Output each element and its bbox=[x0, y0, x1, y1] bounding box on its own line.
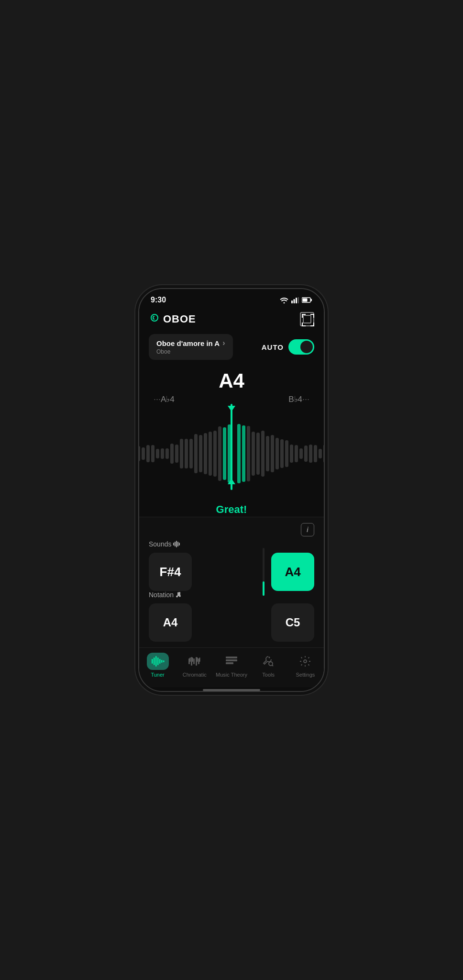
svg-rect-35 bbox=[189, 657, 190, 662]
svg-rect-32 bbox=[193, 658, 195, 664]
svg-point-22 bbox=[179, 595, 181, 597]
svg-rect-19 bbox=[177, 542, 178, 546]
settings-tab-icon-wrap bbox=[294, 653, 316, 670]
chromatic-tab-icon-wrap bbox=[184, 653, 206, 670]
signal-icon bbox=[291, 297, 299, 303]
svg-rect-26 bbox=[157, 657, 159, 665]
settings-tab-label: Settings bbox=[296, 672, 315, 678]
toggle-knob bbox=[300, 341, 313, 353]
bottom-panel: i Sounds F#4 bbox=[139, 517, 324, 647]
notation-card-2[interactable]: C5 bbox=[271, 603, 314, 642]
left-note: A♭4 bbox=[161, 394, 175, 404]
scroll-track bbox=[263, 548, 265, 596]
instrument-row: Oboe d'amore in A › Oboe AUTO bbox=[139, 332, 324, 366]
notation-section-label: Notation bbox=[149, 591, 314, 599]
music-theory-tab-label: Music Theory bbox=[216, 672, 247, 678]
sound-card-2[interactable]: A4 bbox=[271, 553, 314, 591]
svg-rect-7 bbox=[311, 299, 312, 301]
tab-tools[interactable]: Tools bbox=[250, 653, 287, 678]
sounds-notes-row: F#4 A4 bbox=[149, 553, 314, 591]
tuner-tab-label: Tuner bbox=[151, 672, 164, 678]
svg-rect-1 bbox=[291, 301, 293, 303]
svg-rect-11 bbox=[313, 314, 314, 318]
chromatic-tab-icon bbox=[188, 656, 201, 667]
tab-settings[interactable]: Settings bbox=[287, 653, 324, 678]
svg-rect-18 bbox=[176, 541, 177, 547]
tools-tab-label: Tools bbox=[262, 672, 275, 678]
notation-icon bbox=[176, 591, 181, 598]
music-theory-tab-icon-wrap bbox=[220, 653, 243, 670]
scroll-thumb bbox=[263, 581, 265, 596]
tools-tab-icon bbox=[263, 656, 274, 667]
settings-tab-icon bbox=[299, 656, 311, 667]
logo-icon bbox=[149, 313, 160, 325]
svg-rect-29 bbox=[163, 660, 165, 662]
logo-text: OBOE bbox=[163, 313, 196, 325]
svg-rect-24 bbox=[154, 657, 155, 665]
sounds-cards: F#4 A4 bbox=[149, 553, 314, 591]
music-theory-tab-icon bbox=[225, 656, 238, 667]
auto-row: AUTO bbox=[262, 339, 314, 355]
current-note: A4 bbox=[219, 369, 244, 392]
wifi-icon bbox=[280, 297, 288, 303]
tab-music-theory[interactable]: Music Theory bbox=[213, 653, 250, 678]
phone-inner: 9:30 bbox=[139, 289, 324, 691]
left-dots: ··· bbox=[154, 394, 161, 404]
svg-rect-23 bbox=[152, 659, 153, 664]
svg-point-44 bbox=[304, 660, 307, 663]
svg-rect-6 bbox=[303, 299, 308, 302]
notation-section: Notation A4 C5 bbox=[149, 591, 314, 642]
sounds-icon bbox=[173, 541, 181, 547]
svg-rect-2 bbox=[294, 299, 295, 303]
svg-rect-16 bbox=[173, 543, 174, 546]
svg-rect-20 bbox=[179, 543, 180, 546]
svg-rect-25 bbox=[155, 656, 157, 667]
svg-rect-15 bbox=[313, 323, 314, 326]
notation-cards: A4 C5 bbox=[149, 603, 314, 642]
svg-point-21 bbox=[176, 596, 178, 598]
phone-frame: 9:30 bbox=[138, 288, 325, 692]
svg-rect-3 bbox=[296, 298, 297, 303]
tab-bar: Tuner Chromati bbox=[139, 647, 324, 687]
svg-rect-37 bbox=[197, 657, 198, 662]
svg-point-42 bbox=[269, 662, 273, 666]
tuner-status: Great! bbox=[216, 503, 247, 516]
chromatic-tab-label: Chromatic bbox=[183, 672, 207, 678]
scan-button[interactable] bbox=[300, 312, 314, 326]
instrument-name: Oboe d'amore in A › bbox=[156, 339, 225, 347]
tab-chromatic[interactable]: Chromatic bbox=[176, 653, 213, 678]
tools-tab-icon-wrap bbox=[257, 653, 279, 670]
header: OBOE bbox=[139, 308, 324, 332]
svg-line-43 bbox=[272, 665, 273, 666]
notation-card-1[interactable]: A4 bbox=[149, 603, 192, 642]
svg-rect-17 bbox=[175, 542, 176, 546]
tuner-bar-area: ··· A♭4 B♭4 ··· bbox=[139, 394, 324, 500]
instrument-selector[interactable]: Oboe d'amore in A › Oboe bbox=[149, 334, 233, 360]
battery-icon bbox=[302, 297, 312, 303]
svg-point-0 bbox=[284, 302, 285, 303]
auto-toggle[interactable] bbox=[288, 339, 314, 355]
tab-tuner[interactable]: Tuner bbox=[139, 653, 176, 678]
info-button[interactable]: i bbox=[301, 523, 314, 536]
tuner-pointer-bottom bbox=[228, 479, 235, 484]
svg-rect-36 bbox=[192, 657, 193, 662]
tuner-section: A4 ··· A♭4 B♭4 ··· bbox=[139, 366, 324, 517]
tuner-center-line bbox=[231, 404, 232, 490]
svg-rect-39 bbox=[226, 657, 237, 658]
sounds-section-label: Sounds bbox=[149, 540, 314, 548]
svg-rect-38 bbox=[199, 657, 200, 662]
instrument-type: Oboe bbox=[156, 348, 170, 355]
svg-rect-9 bbox=[302, 314, 303, 318]
sound-card-1[interactable]: F#4 bbox=[149, 553, 192, 591]
status-bar: 9:30 bbox=[139, 289, 324, 308]
svg-rect-13 bbox=[302, 323, 303, 326]
tuner-tab-icon bbox=[151, 656, 165, 667]
svg-rect-27 bbox=[159, 659, 161, 664]
status-icons bbox=[280, 297, 312, 303]
svg-rect-40 bbox=[226, 659, 237, 661]
auto-label: AUTO bbox=[262, 343, 284, 351]
right-dots: ··· bbox=[302, 394, 309, 404]
svg-rect-4 bbox=[298, 297, 299, 303]
app-logo: OBOE bbox=[149, 313, 196, 325]
tuner-tab-icon-wrap bbox=[147, 653, 169, 670]
